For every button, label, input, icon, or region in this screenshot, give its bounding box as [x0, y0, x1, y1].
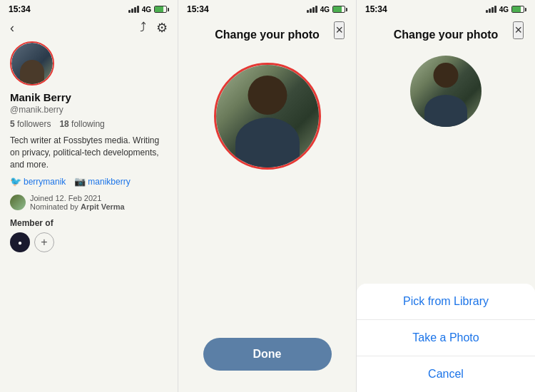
joined-text: Joined 12. Feb 2021 Nominated by Arpit V… — [30, 194, 125, 211]
gear-icon[interactable]: ⚙ — [156, 20, 168, 36]
network-label: 4G — [142, 6, 151, 14]
close-button-3[interactable]: × — [513, 21, 524, 39]
avatar[interactable] — [10, 41, 54, 86]
joined-info: Joined 12. Feb 2021 Nominated by Arpit V… — [10, 194, 168, 211]
share-icon[interactable]: ⤴ — [140, 20, 146, 36]
back-button[interactable]: ‹ — [10, 21, 14, 36]
status-bar-1: 15:34 4G — [0, 0, 178, 17]
change-photo-title-2: Change your photo — [215, 29, 320, 41]
photo-preview-2 — [214, 63, 321, 170]
network-label-2: 4G — [320, 6, 330, 14]
action-sheet-panel: 15:34 4G × Change your photo Pick from L… — [357, 0, 535, 392]
instagram-link[interactable]: 📷 manikberry — [74, 176, 130, 187]
battery-icon-3 — [511, 6, 526, 13]
action-sheet: Pick from Library Take a Photo Cancel — [357, 284, 535, 392]
joined-avatar — [10, 195, 26, 210]
signal-icon-2 — [307, 6, 317, 13]
battery-icon-2 — [332, 6, 347, 13]
instagram-icon: 📷 — [74, 176, 86, 187]
follow-stats: 5 followers 18 following — [10, 119, 168, 129]
photo-circle-image-3 — [410, 56, 482, 127]
change-photo-panel: 15:34 4G × Change your photo Done — [178, 0, 357, 392]
done-button[interactable]: Done — [203, 338, 332, 371]
profile-handle: @manik.berry — [10, 105, 168, 115]
time-2: 15:34 — [187, 4, 209, 14]
following-count: 18 following — [59, 119, 104, 129]
member-of-label: Member of — [10, 218, 168, 228]
member-badge[interactable]: ● — [10, 232, 30, 252]
top-nav: ‹ ⤴ ⚙ — [0, 17, 178, 41]
profile-header: Manik Berry @manik.berry 5 followers 18 … — [0, 41, 178, 259]
followers-count: 5 followers — [10, 119, 51, 129]
signal-icon-3 — [486, 6, 496, 13]
profile-name: Manik Berry — [10, 91, 168, 103]
battery-icon — [154, 6, 169, 13]
take-photo-button[interactable]: Take a Photo — [357, 320, 535, 356]
member-icons: ● + — [10, 232, 168, 252]
status-icons-3: 4G — [486, 6, 526, 14]
avatar-image — [11, 43, 53, 84]
add-member-button[interactable]: + — [34, 232, 54, 252]
change-photo-title-3: Change your photo — [394, 29, 499, 41]
nav-right-icons: ⤴ ⚙ — [140, 20, 168, 36]
bio-text: Tech writer at Fossbytes media. Writing … — [10, 135, 168, 170]
twitter-link[interactable]: 🐦 berrymanik — [10, 176, 66, 187]
social-links: 🐦 berrymanik 📷 manikberry — [10, 176, 168, 187]
status-icons-1: 4G — [128, 6, 169, 14]
time-3: 15:34 — [365, 4, 387, 14]
cancel-button[interactable]: Cancel — [357, 356, 535, 392]
twitter-icon: 🐦 — [10, 176, 21, 187]
status-icons-2: 4G — [307, 6, 347, 14]
status-bar-2: 15:34 4G — [178, 0, 356, 17]
signal-icon — [128, 6, 139, 13]
status-bar-3: 15:34 4G — [357, 0, 535, 17]
pick-from-library-button[interactable]: Pick from Library — [357, 284, 535, 320]
photo-preview-3 — [410, 56, 482, 127]
close-button-2[interactable]: × — [334, 21, 345, 39]
profile-panel: 15:34 4G ‹ ⤴ ⚙ Manik Berry @manik.ber — [0, 0, 178, 392]
twitter-handle: berrymanik — [24, 177, 66, 187]
instagram-handle: manikberry — [88, 177, 130, 187]
network-label-3: 4G — [499, 6, 509, 14]
time-1: 15:34 — [9, 4, 31, 14]
photo-circle-image-2 — [216, 65, 319, 167]
